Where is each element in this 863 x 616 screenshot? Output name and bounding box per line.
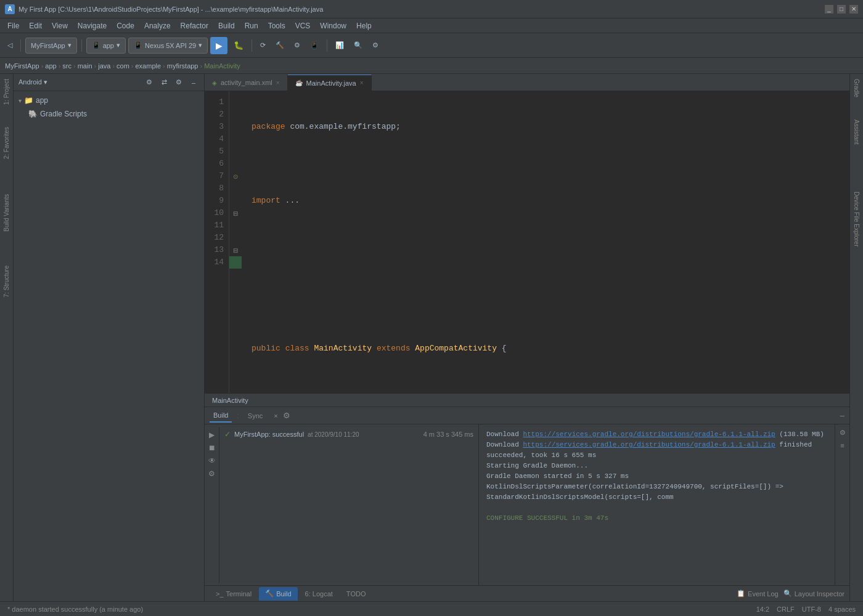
breadcrumb-java[interactable]: java — [98, 62, 110, 70]
debug-button[interactable]: 🐛 — [230, 37, 247, 54]
status-line-ending[interactable]: CRLF — [777, 606, 795, 613]
menu-edit[interactable]: Edit — [24, 20, 47, 31]
right-vert-tab-device-explorer[interactable]: Device File Explorer — [851, 187, 862, 251]
code-editor[interactable]: 1 2 3 4 5 6 7 8 9 10 11 12 13 14 — [205, 91, 849, 393]
tab-terminal[interactable]: >_ Terminal — [210, 587, 258, 601]
tree-item-gradle-scripts[interactable]: 🐘 Gradle Scripts — [14, 107, 204, 121]
xml-tab-icon: ◈ — [212, 79, 217, 86]
tab-activity-main-xml[interactable]: ◈ activity_main.xml × — [205, 75, 288, 91]
status-encoding[interactable]: UTF-8 — [802, 606, 821, 613]
settings-button[interactable]: ⚙ — [369, 37, 382, 54]
profiler-button[interactable]: 📊 — [332, 37, 348, 54]
vert-tab-project[interactable]: 1: Project — [1, 74, 12, 110]
right-vert-tab-gradle[interactable]: Gradle — [851, 74, 862, 102]
menu-file[interactable]: File — [2, 20, 24, 31]
back-button[interactable]: ◁ — [4, 37, 16, 54]
menu-run[interactable]: Run — [240, 20, 263, 31]
close-button[interactable]: ✕ — [849, 5, 858, 14]
project-panel-sync-button[interactable]: ⇄ — [158, 77, 170, 88]
vert-tab-build-variants[interactable]: Build Variants — [1, 189, 12, 237]
build-tab-close-x[interactable]: × — [274, 412, 277, 419]
output-line-4: Gradle Daemon started in 5 s 327 ms — [486, 471, 827, 482]
breadcrumb-src[interactable]: src — [62, 62, 72, 70]
build-strip-btn-2[interactable]: ⏹ — [207, 442, 218, 453]
tab-close-xml[interactable]: × — [276, 79, 280, 86]
status-position[interactable]: 14:2 — [756, 606, 769, 613]
search-everywhere-button[interactable]: 🔍 — [350, 37, 366, 54]
build-panel-settings-button[interactable]: ⚙ — [283, 411, 290, 420]
vert-tab-favorites[interactable]: 2: Favorites — [1, 122, 12, 164]
project-panel-minimize-button[interactable]: – — [188, 77, 199, 88]
project-panel-settings-button[interactable]: ⚙ — [173, 77, 184, 88]
run-button[interactable]: ▶ — [210, 37, 227, 54]
module-selector[interactable]: 📱 app ▾ — [86, 38, 126, 54]
build-item-time: 4 m 33 s 345 ms — [423, 431, 473, 438]
breadcrumb-myfirstapp[interactable]: myfirstapp — [167, 62, 198, 70]
toolbar-separator-2 — [81, 39, 82, 52]
menu-navigate[interactable]: Navigate — [73, 20, 112, 31]
build-tab-sync[interactable]: Sync — [244, 410, 266, 422]
menu-window[interactable]: Window — [315, 20, 351, 31]
build-strip-btn-4[interactable]: ⚙ — [207, 468, 218, 479]
build-list-item[interactable]: ✓ MyFirstApp: successful at 2020/9/10 11… — [219, 427, 478, 442]
build-item-timestamp: at 2020/9/10 11:20 — [308, 431, 359, 438]
gradle-link-1[interactable]: https://services.gradle.org/distribution… — [523, 431, 775, 438]
tab-close-java[interactable]: × — [360, 79, 364, 86]
breadcrumb-example[interactable]: example — [136, 62, 162, 70]
code-line-7: public class MainActivity extends AppCom… — [252, 342, 849, 355]
breadcrumb-com[interactable]: com — [117, 62, 129, 70]
build-panel-close-button[interactable]: – — [840, 411, 845, 420]
tab-build[interactable]: 🔨 Build — [259, 587, 297, 601]
event-log-button[interactable]: 📋 Event Log — [737, 590, 779, 598]
project-panel-gear-button[interactable]: ⚙ — [144, 77, 155, 88]
menu-help[interactable]: Help — [351, 20, 377, 31]
device-selector[interactable]: 📱 Nexus 5X API 29 ▾ — [128, 38, 208, 54]
layout-inspector-button[interactable]: 🔍 Layout Inspector — [783, 590, 845, 598]
sdk-manager-button[interactable]: ⚙ — [290, 37, 304, 54]
status-indent[interactable]: 4 spaces — [828, 606, 856, 613]
menu-view[interactable]: View — [47, 20, 73, 31]
menu-build[interactable]: Build — [213, 20, 240, 31]
tab-logcat[interactable]: 6: Logcat — [299, 587, 339, 601]
build-button[interactable]: 🔨 — [272, 37, 288, 54]
build-list-strip: ▶ ⏹ 👁 ⚙ — [205, 427, 219, 583]
menu-tools[interactable]: Tools — [263, 20, 290, 31]
tree-item-app[interactable]: ▾ 📁 app — [14, 94, 204, 107]
breadcrumb-app2[interactable]: app — [45, 62, 56, 70]
tab-main-activity-java[interactable]: ☕ MainActivity.java × — [288, 75, 372, 91]
editor-footer: MainActivity — [205, 393, 849, 407]
tab-label-java: MainActivity.java — [306, 79, 356, 87]
tab-bar: ◈ activity_main.xml × ☕ MainActivity.jav… — [205, 74, 849, 91]
tab-label-xml: activity_main.xml — [221, 79, 272, 86]
breadcrumb-main[interactable]: main — [78, 62, 92, 70]
menu-analyze[interactable]: Analyze — [139, 20, 176, 31]
vert-tab-structure[interactable]: 7: Structure — [1, 261, 12, 302]
menu-bar: File Edit View Navigate Code Analyze Ref… — [0, 18, 863, 33]
build-output-strip-btn-2[interactable]: ≡ — [837, 440, 848, 451]
title-bar: A My First App [C:\Users\1\AndroidStudio… — [0, 0, 863, 18]
sync-button[interactable]: ⟳ — [256, 37, 269, 54]
menu-refactor[interactable]: Refactor — [176, 20, 213, 31]
tab-todo[interactable]: TODO — [340, 587, 372, 601]
right-vert-tab-assistant[interactable]: Assistant — [851, 115, 862, 150]
avd-manager-button[interactable]: 📱 — [306, 37, 322, 54]
build-tab-build[interactable]: Build — [210, 409, 232, 423]
code-content[interactable]: package com.example.myfirstapp; import .… — [242, 91, 849, 393]
terminal-icon: >_ — [216, 590, 224, 598]
breadcrumb-mainactivity[interactable]: MainActivity — [204, 62, 240, 70]
code-line-1: package com.example.myfirstapp; — [252, 121, 849, 133]
maximize-button[interactable]: □ — [837, 5, 846, 14]
menu-vcs[interactable]: VCS — [290, 20, 316, 31]
build-strip-btn-1[interactable]: ▶ — [207, 429, 218, 440]
app-selector-arrow: ▾ — [68, 41, 72, 49]
app-selector[interactable]: MyFirstApp ▾ — [25, 38, 77, 54]
build-tab-icon: 🔨 — [265, 590, 274, 598]
status-bar: * daemon started successfully (a minute … — [0, 601, 863, 616]
minimize-button[interactable]: _ — [825, 5, 833, 14]
toolbar-separator-4 — [327, 39, 327, 52]
build-strip-btn-3[interactable]: 👁 — [207, 455, 218, 466]
menu-code[interactable]: Code — [112, 20, 139, 31]
build-output-strip-btn-1[interactable]: ⚙ — [837, 427, 848, 438]
gradle-link-2[interactable]: https://services.gradle.org/distribution… — [523, 441, 775, 448]
breadcrumb-app[interactable]: MyFirstApp — [5, 62, 39, 70]
